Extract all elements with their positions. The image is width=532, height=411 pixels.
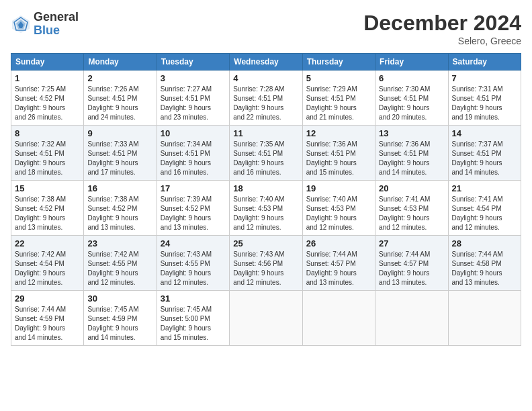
table-row [230, 291, 302, 346]
table-row [302, 291, 375, 346]
day-info: Sunrise: 7:45 AMSunset: 5:00 PMDaylight:… [161, 305, 226, 342]
table-row: 11Sunrise: 7:35 AMSunset: 4:51 PMDayligh… [230, 126, 302, 181]
day-info: Sunrise: 7:38 AMSunset: 4:52 PMDaylight:… [87, 195, 152, 232]
col-tuesday: Tuesday [157, 54, 229, 71]
day-number: 21 [452, 183, 517, 193]
day-info: Sunrise: 7:44 AMSunset: 4:57 PMDaylight:… [306, 250, 371, 287]
day-number: 26 [306, 238, 371, 248]
day-number: 11 [233, 128, 298, 138]
table-row: 4Sunrise: 7:28 AMSunset: 4:51 PMDaylight… [230, 71, 302, 126]
header: General Blue December 2024 Selero, Greec… [11, 11, 521, 46]
day-number: 19 [306, 183, 371, 193]
day-info: Sunrise: 7:28 AMSunset: 4:51 PMDaylight:… [233, 85, 298, 122]
day-info: Sunrise: 7:39 AMSunset: 4:52 PMDaylight:… [161, 195, 226, 232]
table-row [448, 291, 521, 346]
logo: General Blue [11, 11, 79, 38]
day-info: Sunrise: 7:32 AMSunset: 4:51 PMDaylight:… [15, 140, 80, 177]
table-row: 9Sunrise: 7:33 AMSunset: 4:51 PMDaylight… [84, 126, 157, 181]
day-info: Sunrise: 7:42 AMSunset: 4:54 PMDaylight:… [15, 250, 80, 287]
table-row: 12Sunrise: 7:36 AMSunset: 4:51 PMDayligh… [302, 126, 375, 181]
day-info: Sunrise: 7:26 AMSunset: 4:51 PMDaylight:… [87, 85, 152, 122]
day-number: 12 [306, 128, 371, 138]
col-saturday: Saturday [448, 54, 521, 71]
table-row: 29Sunrise: 7:44 AMSunset: 4:59 PMDayligh… [11, 291, 84, 346]
table-row: 16Sunrise: 7:38 AMSunset: 4:52 PMDayligh… [84, 181, 157, 236]
table-row: 18Sunrise: 7:40 AMSunset: 4:53 PMDayligh… [230, 181, 302, 236]
day-number: 24 [161, 238, 226, 248]
day-number: 6 [379, 73, 444, 83]
table-row: 17Sunrise: 7:39 AMSunset: 4:52 PMDayligh… [157, 181, 229, 236]
col-sunday: Sunday [11, 54, 84, 71]
day-info: Sunrise: 7:30 AMSunset: 4:51 PMDaylight:… [379, 85, 444, 122]
table-row: 30Sunrise: 7:45 AMSunset: 4:59 PMDayligh… [84, 291, 157, 346]
day-info: Sunrise: 7:42 AMSunset: 4:55 PMDaylight:… [87, 250, 152, 287]
day-number: 2 [87, 73, 152, 83]
day-number: 18 [233, 183, 298, 193]
day-number: 17 [161, 183, 226, 193]
day-number: 9 [87, 128, 152, 138]
day-info: Sunrise: 7:35 AMSunset: 4:51 PMDaylight:… [233, 140, 298, 177]
day-number: 3 [161, 73, 226, 83]
day-info: Sunrise: 7:36 AMSunset: 4:51 PMDaylight:… [379, 140, 444, 177]
table-row: 28Sunrise: 7:44 AMSunset: 4:58 PMDayligh… [448, 236, 521, 291]
col-thursday: Thursday [302, 54, 375, 71]
day-info: Sunrise: 7:38 AMSunset: 4:52 PMDaylight:… [15, 195, 80, 232]
day-number: 29 [15, 293, 80, 304]
day-info: Sunrise: 7:41 AMSunset: 4:53 PMDaylight:… [379, 195, 444, 232]
day-number: 13 [379, 128, 444, 138]
table-row: 6Sunrise: 7:30 AMSunset: 4:51 PMDaylight… [375, 71, 448, 126]
day-info: Sunrise: 7:45 AMSunset: 4:59 PMDaylight:… [87, 305, 152, 342]
logo-general-text: General [34, 11, 79, 24]
day-info: Sunrise: 7:41 AMSunset: 4:54 PMDaylight:… [452, 195, 517, 232]
logo-icon [11, 14, 31, 34]
day-info: Sunrise: 7:36 AMSunset: 4:51 PMDaylight:… [306, 140, 371, 177]
table-row: 27Sunrise: 7:44 AMSunset: 4:57 PMDayligh… [375, 236, 448, 291]
day-info: Sunrise: 7:34 AMSunset: 4:51 PMDaylight:… [161, 140, 226, 177]
day-number: 16 [87, 183, 152, 193]
day-number: 15 [15, 183, 80, 193]
day-info: Sunrise: 7:37 AMSunset: 4:51 PMDaylight:… [452, 140, 517, 177]
day-info: Sunrise: 7:40 AMSunset: 4:53 PMDaylight:… [306, 195, 371, 232]
table-row [375, 291, 448, 346]
day-info: Sunrise: 7:43 AMSunset: 4:56 PMDaylight:… [233, 250, 298, 287]
day-info: Sunrise: 7:44 AMSunset: 4:57 PMDaylight:… [379, 250, 444, 287]
col-friday: Friday [375, 54, 448, 71]
day-number: 14 [452, 128, 517, 138]
day-info: Sunrise: 7:27 AMSunset: 4:51 PMDaylight:… [161, 85, 226, 122]
day-number: 8 [15, 128, 80, 138]
day-info: Sunrise: 7:43 AMSunset: 4:55 PMDaylight:… [161, 250, 226, 287]
day-info: Sunrise: 7:29 AMSunset: 4:51 PMDaylight:… [306, 85, 371, 122]
col-wednesday: Wednesday [230, 54, 302, 71]
calendar-header-row: Sunday Monday Tuesday Wednesday Thursday… [11, 54, 521, 71]
day-info: Sunrise: 7:25 AMSunset: 4:52 PMDaylight:… [15, 85, 80, 122]
day-info: Sunrise: 7:44 AMSunset: 4:59 PMDaylight:… [15, 305, 80, 342]
table-row: 26Sunrise: 7:44 AMSunset: 4:57 PMDayligh… [302, 236, 375, 291]
table-row: 31Sunrise: 7:45 AMSunset: 5:00 PMDayligh… [157, 291, 229, 346]
col-monday: Monday [84, 54, 157, 71]
logo-blue-text: Blue [34, 24, 79, 38]
day-info: Sunrise: 7:40 AMSunset: 4:53 PMDaylight:… [233, 195, 298, 232]
day-number: 31 [161, 293, 226, 304]
day-number: 4 [233, 73, 298, 83]
table-row: 22Sunrise: 7:42 AMSunset: 4:54 PMDayligh… [11, 236, 84, 291]
table-row: 7Sunrise: 7:31 AMSunset: 4:51 PMDaylight… [448, 71, 521, 126]
table-row: 15Sunrise: 7:38 AMSunset: 4:52 PMDayligh… [11, 181, 84, 236]
day-number: 27 [379, 238, 444, 248]
day-number: 25 [233, 238, 298, 248]
table-row: 20Sunrise: 7:41 AMSunset: 4:53 PMDayligh… [375, 181, 448, 236]
table-row: 3Sunrise: 7:27 AMSunset: 4:51 PMDaylight… [157, 71, 229, 126]
day-number: 23 [87, 238, 152, 248]
day-info: Sunrise: 7:31 AMSunset: 4:51 PMDaylight:… [452, 85, 517, 122]
day-number: 28 [452, 238, 517, 248]
month-title: December 2024 [363, 11, 521, 36]
day-number: 30 [87, 293, 152, 304]
day-number: 22 [15, 238, 80, 248]
day-number: 1 [15, 73, 80, 83]
day-info: Sunrise: 7:33 AMSunset: 4:51 PMDaylight:… [87, 140, 152, 177]
table-row: 25Sunrise: 7:43 AMSunset: 4:56 PMDayligh… [230, 236, 302, 291]
table-row: 1Sunrise: 7:25 AMSunset: 4:52 PMDaylight… [11, 71, 84, 126]
day-number: 10 [161, 128, 226, 138]
day-info: Sunrise: 7:44 AMSunset: 4:58 PMDaylight:… [452, 250, 517, 287]
table-row: 23Sunrise: 7:42 AMSunset: 4:55 PMDayligh… [84, 236, 157, 291]
title-block: December 2024 Selero, Greece [363, 11, 521, 46]
